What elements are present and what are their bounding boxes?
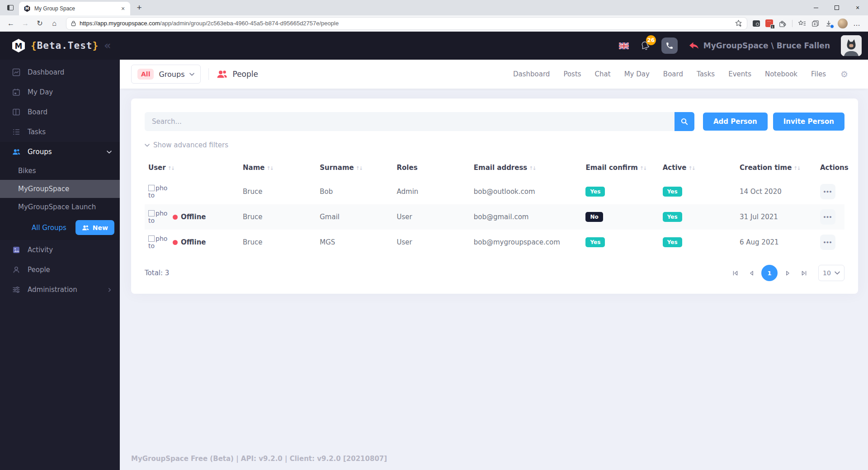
groups-icon — [12, 148, 20, 156]
sidebar-label: My Day — [28, 88, 112, 96]
column-header-email-confirm[interactable]: Email confirm↑↓ — [582, 155, 659, 179]
chevron-down-icon — [189, 73, 194, 76]
brand[interactable]: M {Beta.Test} « — [0, 38, 120, 53]
new-group-button[interactable]: New — [75, 220, 114, 235]
user-cell: photo — [148, 184, 236, 199]
row-actions-button[interactable]: ●●● — [820, 209, 835, 225]
user-avatar[interactable] — [841, 35, 862, 56]
group-filter-dropdown[interactable]: All Groups — [131, 65, 201, 84]
sidebar-collapse-icon[interactable]: « — [104, 40, 111, 51]
sidebar-item-my-day[interactable]: My Day — [0, 82, 120, 102]
search-button[interactable] — [675, 112, 694, 131]
roles-cell: User — [393, 204, 470, 230]
column-header-surname[interactable]: Surname↑↓ — [316, 155, 393, 179]
all-groups-link[interactable]: All Groups — [32, 224, 66, 232]
tab-close-icon[interactable]: × — [119, 5, 127, 12]
maximize-button[interactable] — [826, 0, 847, 15]
add-person-button[interactable]: Add Person — [703, 113, 768, 131]
nav-link-my-day[interactable]: My Day — [624, 70, 650, 78]
advanced-filters-toggle[interactable]: Show advanced filters — [145, 141, 844, 149]
extension-icon[interactable] — [753, 20, 760, 27]
downloads-button[interactable] — [825, 20, 832, 27]
search-input[interactable] — [145, 112, 675, 131]
reply-arrow-icon — [689, 41, 699, 50]
sidebar-item-people[interactable]: People — [0, 260, 120, 280]
browser-profile-avatar[interactable] — [838, 19, 848, 28]
column-header-email[interactable]: Email address↑↓ — [470, 155, 582, 179]
invite-person-button[interactable]: Invite Person — [773, 113, 844, 131]
sidebar-item-board[interactable]: Board — [0, 102, 120, 122]
first-page-button[interactable] — [729, 267, 741, 279]
address-bar[interactable]: https://app.mygroupspace.com/app/admin/g… — [66, 17, 747, 30]
activity-icon — [12, 246, 20, 254]
minimize-button[interactable] — [806, 0, 826, 15]
notifications-button[interactable]: 26 — [640, 40, 651, 52]
browser-tab[interactable]: M My Group Space × — [19, 2, 130, 15]
broken-image-icon — [148, 185, 155, 191]
table-header-row: User↑↓ Name↑↓ Surname↑↓ Roles Email addr… — [145, 155, 844, 179]
roles-cell: Admin — [393, 179, 470, 204]
column-header-creation-time[interactable]: Creation time↑↓ — [736, 155, 816, 179]
row-actions-button[interactable]: ●●● — [820, 184, 835, 199]
toolbar-divider — [792, 20, 793, 27]
extension-icon[interactable]: ⋯1 — [765, 19, 773, 27]
sidebar-label: Administration — [28, 286, 100, 294]
search-row: Add Person Invite Person — [145, 112, 844, 131]
sort-icon: ↑↓ — [793, 165, 800, 171]
sidebar-item-administration[interactable]: Administration — [0, 280, 120, 300]
column-header-name[interactable]: Name↑↓ — [239, 155, 316, 179]
broken-photo-image: photo — [148, 210, 169, 224]
nav-link-tasks[interactable]: Tasks — [697, 70, 715, 78]
settings-gear-icon[interactable]: ⚙ — [840, 69, 848, 79]
close-button[interactable]: × — [847, 0, 868, 15]
nav-link-chat[interactable]: Chat — [595, 70, 611, 78]
lock-icon — [71, 20, 76, 26]
active-badge: Yes — [663, 212, 682, 222]
sidebar-item-dashboard[interactable]: Dashboard — [0, 62, 120, 82]
column-label: Actions — [820, 164, 849, 172]
sidebar-item-activity[interactable]: Activity — [0, 240, 120, 260]
back-button[interactable]: ← — [5, 17, 17, 30]
new-tab-button[interactable]: + — [133, 1, 146, 14]
user-menu[interactable]: MyGroupSpace \ Bruce Fallen — [689, 41, 830, 50]
add-favorite-icon[interactable] — [735, 19, 742, 27]
current-page-button[interactable]: 1 — [761, 265, 778, 281]
collections-icon[interactable] — [811, 20, 820, 27]
sidebar-subitem-bikes[interactable]: Bikes — [0, 162, 120, 180]
nav-link-events[interactable]: Events — [728, 70, 751, 78]
page-title: People — [232, 70, 258, 79]
refresh-button[interactable]: ↻ — [33, 17, 46, 30]
url-text: https://app.mygroupspace.com/app/admin/g… — [80, 20, 735, 27]
url-path: /app/admin/group/2c563eba-4960-45a5-b874… — [160, 20, 339, 27]
nav-link-board[interactable]: Board — [663, 70, 683, 78]
row-actions-button[interactable]: ●●● — [820, 235, 835, 250]
app-header: M {Beta.Test} « 26 MyGroupSpace \ Bruce … — [0, 32, 868, 60]
board-icon — [12, 108, 20, 116]
last-page-button[interactable] — [797, 267, 810, 279]
column-header-active[interactable]: Active↑↓ — [659, 155, 736, 179]
extensions-puzzle-icon[interactable] — [778, 19, 787, 28]
tab-actions-button[interactable] — [4, 1, 17, 14]
column-header-user[interactable]: User↑↓ — [145, 155, 239, 179]
nav-link-files[interactable]: Files — [811, 70, 826, 78]
logo-name: Beta.Test — [37, 40, 93, 51]
sidebar-item-tasks[interactable]: Tasks — [0, 122, 120, 142]
next-page-button[interactable] — [781, 267, 794, 279]
sidebar-subitem-mygroupspace-launch[interactable]: MyGroupSpace Launch — [0, 198, 120, 216]
sidebar-item-groups[interactable]: Groups — [0, 142, 120, 162]
page-size-select[interactable]: 10 — [818, 265, 844, 281]
home-button[interactable]: ⌂ — [48, 17, 61, 30]
nav-link-posts[interactable]: Posts — [563, 70, 581, 78]
minimize-icon — [814, 8, 818, 8]
nav-link-notebook[interactable]: Notebook — [765, 70, 797, 78]
favorites-bar-icon[interactable] — [798, 20, 806, 27]
browser-menu-button[interactable]: … — [853, 19, 861, 28]
previous-page-button[interactable] — [745, 267, 758, 279]
nav-link-dashboard[interactable]: Dashboard — [513, 70, 550, 78]
language-flag-icon[interactable] — [619, 42, 629, 49]
group-filter-badge: All — [137, 69, 154, 80]
forward-button[interactable]: → — [19, 17, 32, 30]
call-button[interactable] — [661, 38, 678, 54]
sidebar-subitem-mygroupspace[interactable]: MyGroupSpace — [0, 180, 120, 198]
status-label: Offline — [181, 213, 206, 221]
